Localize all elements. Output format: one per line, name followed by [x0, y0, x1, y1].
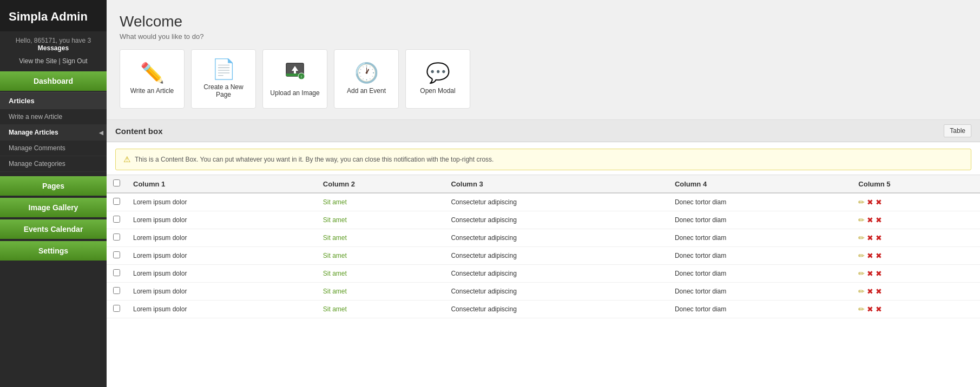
- image-gallery-button[interactable]: Image Gallery: [0, 198, 107, 217]
- edit-icon[interactable]: ✏: [858, 216, 865, 224]
- create-page-label: Create a New Page: [197, 83, 250, 98]
- row-checkbox[interactable]: [113, 233, 120, 241]
- row-checkbox[interactable]: [113, 198, 120, 205]
- edit-icon[interactable]: ✏: [858, 287, 865, 296]
- notification-bar: ⚠ This is a Content Box. You can put wha…: [115, 149, 971, 170]
- data-table: Column 1 Column 2 Column 3 Column 4 Colu…: [107, 175, 980, 318]
- row-checkbox-cell: [107, 283, 127, 301]
- warning-icon: ⚠: [123, 155, 130, 164]
- row-col3: Consectetur adipiscing: [444, 301, 668, 318]
- events-calendar-button[interactable]: Events Calendar: [0, 219, 107, 239]
- edit-icon[interactable]: ✏: [858, 269, 865, 278]
- view-site-link[interactable]: View the Site: [19, 57, 57, 65]
- delete-icon[interactable]: ✖: [867, 269, 873, 278]
- edit-icon[interactable]: ✏: [858, 305, 865, 313]
- welcome-section: Welcome What would you like to do?: [107, 0, 980, 49]
- row-checkbox[interactable]: [113, 269, 120, 276]
- row-col1: Lorem ipsum dolor: [127, 193, 317, 211]
- row-col2: Sit amet: [317, 211, 445, 229]
- row-col2: Sit amet: [317, 283, 445, 301]
- row-checkbox[interactable]: [113, 287, 120, 294]
- articles-section-title: Articles: [0, 92, 107, 109]
- move-icon[interactable]: ✖: [876, 269, 882, 278]
- user-greeting: Hello, 865171, you have 3: [16, 37, 91, 44]
- messages-link[interactable]: Messages: [38, 44, 69, 52]
- row-col1: Lorem ipsum dolor: [127, 247, 317, 265]
- move-icon[interactable]: ✖: [876, 305, 882, 313]
- content-box-section: Content box Table ⚠ This is a Content Bo…: [107, 119, 980, 387]
- row-col2: Sit amet: [317, 301, 445, 318]
- row-col2: Sit amet: [317, 265, 445, 283]
- row-col5: ✏ ✖ ✖: [852, 211, 980, 229]
- move-icon[interactable]: ✖: [876, 287, 882, 296]
- row-checkbox-cell: [107, 247, 127, 265]
- table-row: Lorem ipsum dolor Sit amet Consectetur a…: [107, 301, 980, 318]
- row-checkbox[interactable]: [113, 216, 120, 223]
- brand-logo: Simpla Admin: [0, 0, 107, 31]
- content-box-header: Content box Table: [107, 120, 980, 142]
- quick-action-upload-image[interactable]: ↑ Upload an Image: [262, 49, 327, 109]
- move-icon[interactable]: ✖: [876, 251, 882, 260]
- select-all-checkbox[interactable]: [113, 179, 120, 186]
- row-col1: Lorem ipsum dolor: [127, 229, 317, 247]
- row-checkbox-cell: [107, 229, 127, 247]
- move-icon[interactable]: ✖: [876, 198, 882, 206]
- row-col3: Consectetur adipiscing: [444, 265, 668, 283]
- table-header-checkbox: [107, 175, 127, 194]
- move-icon[interactable]: ✖: [876, 216, 882, 224]
- row-col5: ✏ ✖ ✖: [852, 247, 980, 265]
- delete-icon[interactable]: ✖: [867, 233, 873, 242]
- sidebar-item-write-article[interactable]: Write a new Article: [0, 109, 107, 125]
- row-col4: Donec tortor diam: [668, 193, 852, 211]
- user-info: Hello, 865171, you have 3 Messages: [0, 31, 107, 55]
- page-icon: 📄: [212, 59, 236, 79]
- welcome-title: Welcome: [120, 13, 967, 30]
- move-icon[interactable]: ✖: [876, 233, 882, 242]
- table-col4-header: Column 4: [668, 175, 852, 194]
- content-box-title: Content box: [115, 126, 163, 136]
- delete-icon[interactable]: ✖: [867, 251, 873, 260]
- delete-icon[interactable]: ✖: [867, 287, 873, 296]
- table-button[interactable]: Table: [944, 124, 971, 137]
- sidebar-item-manage-articles[interactable]: Manage Articles: [0, 125, 107, 141]
- quick-action-open-modal[interactable]: 💬 Open Modal: [405, 49, 470, 109]
- edit-icon[interactable]: ✏: [858, 251, 865, 260]
- row-col2: Sit amet: [317, 229, 445, 247]
- quick-action-create-page[interactable]: 📄 Create a New Page: [191, 49, 256, 109]
- svg-rect-3: [294, 71, 296, 74]
- settings-button[interactable]: Settings: [0, 241, 107, 261]
- table-row: Lorem ipsum dolor Sit amet Consectetur a…: [107, 193, 980, 211]
- quick-action-add-event[interactable]: 🕐 Add an Event: [334, 49, 399, 109]
- welcome-subtitle: What would you like to do?: [120, 32, 967, 41]
- row-col1: Lorem ipsum dolor: [127, 283, 317, 301]
- table-row: Lorem ipsum dolor Sit amet Consectetur a…: [107, 211, 980, 229]
- table-row: Lorem ipsum dolor Sit amet Consectetur a…: [107, 283, 980, 301]
- dashboard-button[interactable]: Dashboard: [0, 71, 107, 91]
- edit-icon[interactable]: ✏: [858, 198, 865, 206]
- row-checkbox[interactable]: [113, 251, 120, 258]
- row-col5: ✏ ✖ ✖: [852, 283, 980, 301]
- delete-icon[interactable]: ✖: [867, 305, 873, 313]
- write-article-label: Write an Article: [130, 87, 174, 95]
- row-col3: Consectetur adipiscing: [444, 283, 668, 301]
- table-row: Lorem ipsum dolor Sit amet Consectetur a…: [107, 265, 980, 283]
- row-checkbox[interactable]: [113, 305, 120, 312]
- sidebar-item-manage-categories[interactable]: Manage Categories: [0, 156, 107, 172]
- row-checkbox-cell: [107, 301, 127, 318]
- delete-icon[interactable]: ✖: [867, 216, 873, 224]
- table-row: Lorem ipsum dolor Sit amet Consectetur a…: [107, 247, 980, 265]
- sidebar-item-manage-comments[interactable]: Manage Comments: [0, 141, 107, 156]
- delete-icon[interactable]: ✖: [867, 198, 873, 206]
- upload-image-label: Upload an Image: [270, 89, 319, 97]
- table-col1-header: Column 1: [127, 175, 317, 194]
- row-col3: Consectetur adipiscing: [444, 229, 668, 247]
- edit-icon[interactable]: ✏: [858, 233, 865, 242]
- table-col5-header: Column 5: [852, 175, 980, 194]
- row-col1: Lorem ipsum dolor: [127, 301, 317, 318]
- row-checkbox-cell: [107, 193, 127, 211]
- row-checkbox-cell: [107, 211, 127, 229]
- sign-out-link[interactable]: Sign Out: [62, 57, 88, 65]
- quick-action-write-article[interactable]: ✏️ Write an Article: [120, 49, 185, 109]
- row-col5: ✏ ✖ ✖: [852, 229, 980, 247]
- pages-button[interactable]: Pages: [0, 176, 107, 196]
